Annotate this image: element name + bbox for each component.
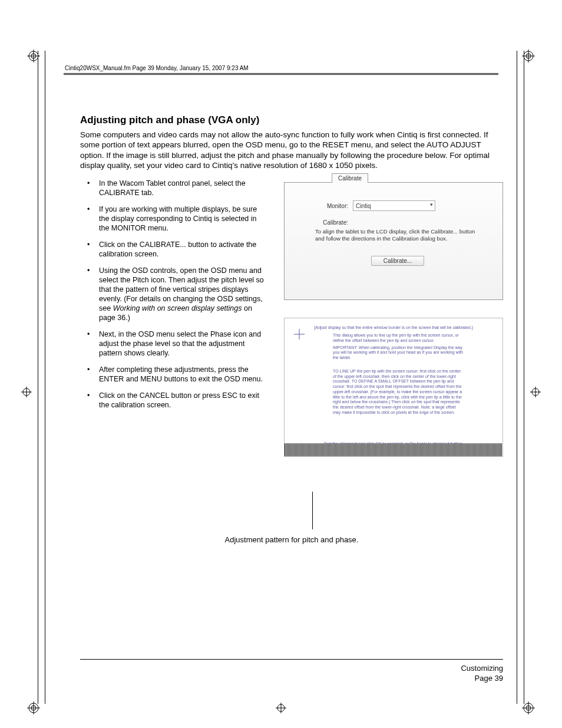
crop-line [45, 51, 45, 704]
list-item: Next, in the OSD menu select the Phase i… [80, 330, 269, 358]
footer-section: Customizing [461, 664, 503, 674]
registration-mark-icon [530, 387, 541, 397]
calibrate-button[interactable]: Calibrate... [371, 256, 424, 266]
figure-caption: Adjustment pattern for pitch and phase. [80, 535, 503, 544]
intro-paragraph: Some computers and video cards may not a… [80, 130, 503, 170]
calibrate-panel: Calibrate Monitor: Cintiq Calibrate: To … [284, 182, 503, 300]
instruction-list: In the Wacom Tablet control panel, selec… [80, 179, 269, 410]
dialog-text: This dialog allows you to line up the pe… [333, 333, 464, 344]
dialog-text: TO LINE UP the pen tip with the screen c… [333, 369, 464, 416]
list-item: If you are working with multiple display… [80, 205, 269, 233]
page-footer: Customizing Page 39 [461, 664, 503, 684]
list-item: In the Wacom Tablet control panel, selec… [80, 179, 269, 197]
list-item: Click on the CALIBRATE... button to acti… [80, 240, 269, 259]
registration-mark-icon [276, 703, 286, 713]
monitor-value: Cintiq [356, 203, 371, 209]
footer-page: Page 39 [461, 674, 503, 684]
dialog-text: IMPORTANT: When calibrating, position th… [333, 345, 464, 361]
list-item: After completing these adjustments, pres… [80, 365, 269, 384]
header-rule [64, 73, 498, 75]
monitor-dropdown[interactable]: Cintiq [353, 200, 435, 211]
calibration-dialog: [Adjust display so that the entire windo… [284, 318, 503, 457]
monitor-label: Monitor: [315, 203, 348, 209]
crop-line [517, 51, 517, 704]
dialog-text: [Adjust display so that the entire windo… [300, 325, 487, 330]
footer-rule [80, 659, 503, 660]
section-heading: Adjusting pitch and phase (VGA only) [80, 114, 503, 126]
list-item: Using the OSD controls, open the OSD men… [80, 266, 269, 322]
crosshair-icon [294, 329, 305, 340]
registration-mark-icon [21, 387, 32, 397]
callout-line [312, 492, 313, 529]
calibrate-label: Calibrate: [315, 219, 348, 226]
tab-calibrate[interactable]: Calibrate [332, 173, 368, 183]
crop-line [38, 51, 38, 704]
adjustment-pattern [285, 443, 503, 456]
calibrate-description: To align the tablet to the LCD display, … [315, 228, 480, 243]
page-header: Cintiq20WSX_Manual.fm Page 39 Monday, Ja… [65, 65, 249, 71]
list-item: Click on the CANCEL button or press ESC … [80, 391, 269, 410]
crop-line [524, 51, 524, 704]
